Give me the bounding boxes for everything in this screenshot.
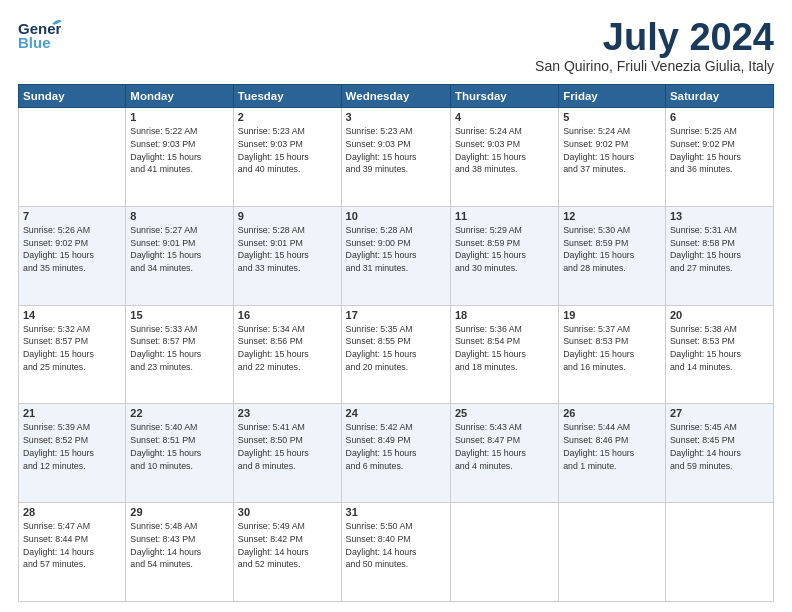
table-row: 24Sunrise: 5:42 AM Sunset: 8:49 PM Dayli… xyxy=(341,404,450,503)
day-number: 3 xyxy=(346,111,446,123)
day-number: 21 xyxy=(23,407,121,419)
day-number: 30 xyxy=(238,506,337,518)
day-info: Sunrise: 5:30 AM Sunset: 8:59 PM Dayligh… xyxy=(563,224,661,275)
day-number: 20 xyxy=(670,309,769,321)
day-info: Sunrise: 5:22 AM Sunset: 9:03 PM Dayligh… xyxy=(130,125,229,176)
title-block: July 2024 San Quirino, Friuli Venezia Gi… xyxy=(535,18,774,74)
table-row xyxy=(450,503,558,602)
table-row: 1Sunrise: 5:22 AM Sunset: 9:03 PM Daylig… xyxy=(126,108,234,207)
day-info: Sunrise: 5:27 AM Sunset: 9:01 PM Dayligh… xyxy=(130,224,229,275)
day-info: Sunrise: 5:45 AM Sunset: 8:45 PM Dayligh… xyxy=(670,421,769,472)
table-row: 29Sunrise: 5:48 AM Sunset: 8:43 PM Dayli… xyxy=(126,503,234,602)
page: General Blue July 2024 San Quirino, Friu… xyxy=(0,0,792,612)
table-row: 2Sunrise: 5:23 AM Sunset: 9:03 PM Daylig… xyxy=(233,108,341,207)
day-number: 22 xyxy=(130,407,229,419)
day-number: 13 xyxy=(670,210,769,222)
day-info: Sunrise: 5:32 AM Sunset: 8:57 PM Dayligh… xyxy=(23,323,121,374)
day-info: Sunrise: 5:26 AM Sunset: 9:02 PM Dayligh… xyxy=(23,224,121,275)
month-year-title: July 2024 xyxy=(535,18,774,56)
table-row: 16Sunrise: 5:34 AM Sunset: 8:56 PM Dayli… xyxy=(233,305,341,404)
table-row: 22Sunrise: 5:40 AM Sunset: 8:51 PM Dayli… xyxy=(126,404,234,503)
day-info: Sunrise: 5:41 AM Sunset: 8:50 PM Dayligh… xyxy=(238,421,337,472)
table-row: 21Sunrise: 5:39 AM Sunset: 8:52 PM Dayli… xyxy=(19,404,126,503)
calendar-week-row: 1Sunrise: 5:22 AM Sunset: 9:03 PM Daylig… xyxy=(19,108,774,207)
day-number: 23 xyxy=(238,407,337,419)
col-friday: Friday xyxy=(559,85,666,108)
day-number: 11 xyxy=(455,210,554,222)
day-info: Sunrise: 5:43 AM Sunset: 8:47 PM Dayligh… xyxy=(455,421,554,472)
day-info: Sunrise: 5:47 AM Sunset: 8:44 PM Dayligh… xyxy=(23,520,121,571)
table-row: 8Sunrise: 5:27 AM Sunset: 9:01 PM Daylig… xyxy=(126,206,234,305)
table-row: 12Sunrise: 5:30 AM Sunset: 8:59 PM Dayli… xyxy=(559,206,666,305)
table-row: 7Sunrise: 5:26 AM Sunset: 9:02 PM Daylig… xyxy=(19,206,126,305)
day-number: 29 xyxy=(130,506,229,518)
day-number: 17 xyxy=(346,309,446,321)
table-row: 19Sunrise: 5:37 AM Sunset: 8:53 PM Dayli… xyxy=(559,305,666,404)
table-row xyxy=(665,503,773,602)
table-row xyxy=(19,108,126,207)
table-row: 9Sunrise: 5:28 AM Sunset: 9:01 PM Daylig… xyxy=(233,206,341,305)
day-number: 24 xyxy=(346,407,446,419)
day-info: Sunrise: 5:50 AM Sunset: 8:40 PM Dayligh… xyxy=(346,520,446,571)
table-row: 20Sunrise: 5:38 AM Sunset: 8:53 PM Dayli… xyxy=(665,305,773,404)
day-info: Sunrise: 5:28 AM Sunset: 9:00 PM Dayligh… xyxy=(346,224,446,275)
day-info: Sunrise: 5:40 AM Sunset: 8:51 PM Dayligh… xyxy=(130,421,229,472)
table-row: 25Sunrise: 5:43 AM Sunset: 8:47 PM Dayli… xyxy=(450,404,558,503)
day-number: 18 xyxy=(455,309,554,321)
day-info: Sunrise: 5:25 AM Sunset: 9:02 PM Dayligh… xyxy=(670,125,769,176)
day-info: Sunrise: 5:23 AM Sunset: 9:03 PM Dayligh… xyxy=(238,125,337,176)
calendar-week-row: 14Sunrise: 5:32 AM Sunset: 8:57 PM Dayli… xyxy=(19,305,774,404)
day-info: Sunrise: 5:24 AM Sunset: 9:03 PM Dayligh… xyxy=(455,125,554,176)
table-row: 23Sunrise: 5:41 AM Sunset: 8:50 PM Dayli… xyxy=(233,404,341,503)
calendar-week-row: 28Sunrise: 5:47 AM Sunset: 8:44 PM Dayli… xyxy=(19,503,774,602)
col-monday: Monday xyxy=(126,85,234,108)
day-info: Sunrise: 5:48 AM Sunset: 8:43 PM Dayligh… xyxy=(130,520,229,571)
table-row xyxy=(559,503,666,602)
col-saturday: Saturday xyxy=(665,85,773,108)
day-info: Sunrise: 5:44 AM Sunset: 8:46 PM Dayligh… xyxy=(563,421,661,472)
col-thursday: Thursday xyxy=(450,85,558,108)
table-row: 5Sunrise: 5:24 AM Sunset: 9:02 PM Daylig… xyxy=(559,108,666,207)
day-info: Sunrise: 5:33 AM Sunset: 8:57 PM Dayligh… xyxy=(130,323,229,374)
location-subtitle: San Quirino, Friuli Venezia Giulia, Ital… xyxy=(535,58,774,74)
table-row: 14Sunrise: 5:32 AM Sunset: 8:57 PM Dayli… xyxy=(19,305,126,404)
col-sunday: Sunday xyxy=(19,85,126,108)
day-number: 14 xyxy=(23,309,121,321)
header: General Blue July 2024 San Quirino, Friu… xyxy=(18,18,774,74)
day-info: Sunrise: 5:49 AM Sunset: 8:42 PM Dayligh… xyxy=(238,520,337,571)
col-tuesday: Tuesday xyxy=(233,85,341,108)
calendar-week-row: 7Sunrise: 5:26 AM Sunset: 9:02 PM Daylig… xyxy=(19,206,774,305)
day-number: 12 xyxy=(563,210,661,222)
svg-text:Blue: Blue xyxy=(18,34,51,51)
calendar-week-row: 21Sunrise: 5:39 AM Sunset: 8:52 PM Dayli… xyxy=(19,404,774,503)
day-info: Sunrise: 5:42 AM Sunset: 8:49 PM Dayligh… xyxy=(346,421,446,472)
day-info: Sunrise: 5:29 AM Sunset: 8:59 PM Dayligh… xyxy=(455,224,554,275)
header-row: Sunday Monday Tuesday Wednesday Thursday… xyxy=(19,85,774,108)
day-number: 25 xyxy=(455,407,554,419)
day-number: 31 xyxy=(346,506,446,518)
day-number: 7 xyxy=(23,210,121,222)
table-row: 3Sunrise: 5:23 AM Sunset: 9:03 PM Daylig… xyxy=(341,108,450,207)
table-row: 18Sunrise: 5:36 AM Sunset: 8:54 PM Dayli… xyxy=(450,305,558,404)
day-info: Sunrise: 5:28 AM Sunset: 9:01 PM Dayligh… xyxy=(238,224,337,275)
table-row: 28Sunrise: 5:47 AM Sunset: 8:44 PM Dayli… xyxy=(19,503,126,602)
day-number: 28 xyxy=(23,506,121,518)
day-info: Sunrise: 5:37 AM Sunset: 8:53 PM Dayligh… xyxy=(563,323,661,374)
day-number: 9 xyxy=(238,210,337,222)
table-row: 27Sunrise: 5:45 AM Sunset: 8:45 PM Dayli… xyxy=(665,404,773,503)
day-number: 10 xyxy=(346,210,446,222)
day-number: 2 xyxy=(238,111,337,123)
day-number: 19 xyxy=(563,309,661,321)
day-info: Sunrise: 5:35 AM Sunset: 8:55 PM Dayligh… xyxy=(346,323,446,374)
table-row: 15Sunrise: 5:33 AM Sunset: 8:57 PM Dayli… xyxy=(126,305,234,404)
day-info: Sunrise: 5:31 AM Sunset: 8:58 PM Dayligh… xyxy=(670,224,769,275)
table-row: 13Sunrise: 5:31 AM Sunset: 8:58 PM Dayli… xyxy=(665,206,773,305)
table-row: 17Sunrise: 5:35 AM Sunset: 8:55 PM Dayli… xyxy=(341,305,450,404)
day-number: 5 xyxy=(563,111,661,123)
day-number: 16 xyxy=(238,309,337,321)
col-wednesday: Wednesday xyxy=(341,85,450,108)
table-row: 4Sunrise: 5:24 AM Sunset: 9:03 PM Daylig… xyxy=(450,108,558,207)
table-row: 10Sunrise: 5:28 AM Sunset: 9:00 PM Dayli… xyxy=(341,206,450,305)
day-number: 4 xyxy=(455,111,554,123)
day-info: Sunrise: 5:24 AM Sunset: 9:02 PM Dayligh… xyxy=(563,125,661,176)
